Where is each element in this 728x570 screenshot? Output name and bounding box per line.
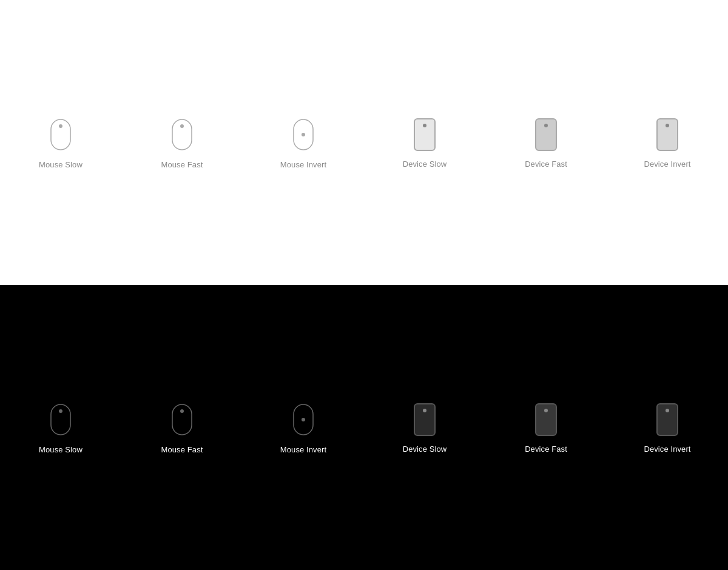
device-slow-light: Device Slow (364, 117, 485, 169)
device-fast-light: Device Fast (485, 117, 607, 169)
svg-point-9 (544, 124, 548, 127)
device-invert-icon-dark (655, 402, 680, 437)
svg-point-5 (302, 133, 305, 136)
mouse-fast-dark-label: Mouse Fast (161, 445, 203, 454)
svg-point-13 (59, 409, 62, 413)
mouse-slow-dark: Mouse Slow (0, 401, 121, 454)
mouse-invert-icon-dark (291, 401, 316, 438)
svg-rect-14 (172, 404, 192, 435)
light-section: Mouse Slow Mouse Fast Mouse Invert Dev (0, 0, 728, 285)
device-invert-light-label: Device Invert (644, 159, 690, 169)
device-slow-icon-light (412, 117, 437, 152)
svg-rect-2 (172, 119, 192, 150)
dark-section: Mouse Slow Mouse Fast Mouse Invert Dev (0, 285, 728, 570)
svg-rect-20 (536, 404, 556, 435)
device-slow-light-label: Device Slow (403, 159, 447, 169)
mouse-slow-icon-dark (48, 401, 73, 438)
svg-point-23 (666, 409, 669, 412)
device-invert-icon-light (655, 117, 680, 152)
mouse-fast-light: Mouse Fast (121, 116, 243, 169)
svg-rect-8 (536, 119, 556, 150)
dark-icons-row: Mouse Slow Mouse Fast Mouse Invert Dev (0, 401, 728, 454)
device-fast-dark-label: Device Fast (525, 444, 567, 454)
device-fast-icon-light (533, 117, 559, 152)
mouse-fast-icon-dark (169, 401, 195, 438)
svg-rect-18 (414, 404, 435, 435)
mouse-slow-icon-light (48, 116, 73, 153)
svg-rect-0 (51, 119, 70, 150)
svg-point-7 (423, 124, 426, 127)
mouse-invert-light: Mouse Invert (243, 116, 364, 169)
mouse-invert-dark: Mouse Invert (243, 401, 364, 454)
mouse-fast-dark: Mouse Fast (121, 401, 243, 454)
device-invert-dark: Device Invert (607, 402, 728, 454)
svg-rect-12 (51, 404, 70, 435)
device-invert-light: Device Invert (607, 117, 728, 169)
svg-point-1 (59, 124, 62, 128)
svg-point-19 (423, 409, 426, 412)
device-invert-dark-label: Device Invert (644, 444, 690, 454)
device-fast-icon-dark (533, 402, 559, 437)
mouse-fast-icon-light (169, 116, 195, 153)
svg-point-3 (180, 124, 184, 128)
device-slow-dark-label: Device Slow (403, 444, 447, 454)
device-slow-icon-dark (412, 402, 437, 437)
svg-point-11 (666, 124, 669, 127)
mouse-invert-dark-label: Mouse Invert (280, 445, 326, 454)
mouse-fast-light-label: Mouse Fast (161, 160, 203, 169)
device-slow-dark: Device Slow (364, 402, 485, 454)
svg-point-21 (544, 409, 548, 412)
svg-point-17 (302, 418, 305, 421)
svg-rect-6 (414, 119, 435, 150)
mouse-invert-light-label: Mouse Invert (280, 160, 326, 169)
mouse-slow-light: Mouse Slow (0, 116, 121, 169)
mouse-slow-dark-label: Mouse Slow (39, 445, 83, 454)
device-fast-dark: Device Fast (485, 402, 607, 454)
mouse-slow-light-label: Mouse Slow (39, 160, 83, 169)
mouse-invert-icon-light (291, 116, 316, 153)
device-fast-light-label: Device Fast (525, 159, 567, 169)
svg-rect-22 (657, 404, 678, 435)
light-icons-row: Mouse Slow Mouse Fast Mouse Invert Dev (0, 116, 728, 169)
svg-point-15 (180, 409, 184, 413)
svg-rect-10 (657, 119, 678, 150)
